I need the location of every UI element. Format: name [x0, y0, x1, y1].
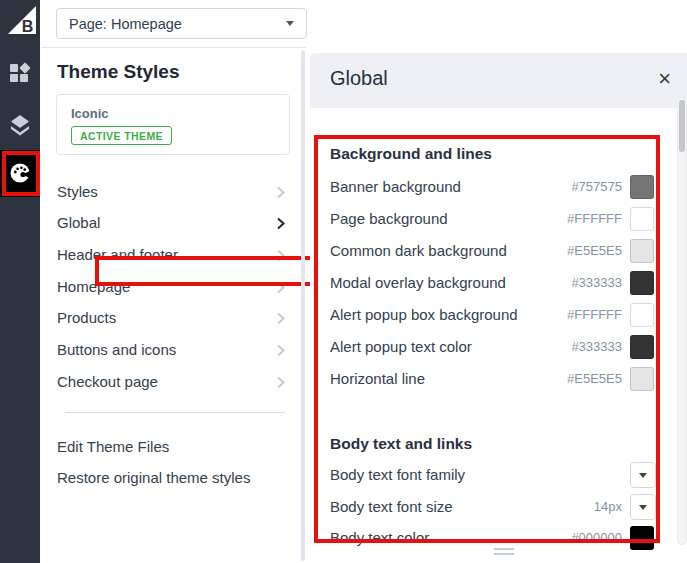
layers-icon[interactable]: [8, 113, 32, 137]
setting-row-body-text-font-size: Body text font size 14px: [330, 494, 656, 520]
color-swatch[interactable]: [630, 526, 654, 550]
resize-handle-icon[interactable]: [494, 548, 514, 555]
topbar: Page: Homepage: [40, 0, 687, 48]
menu-item-label: Global: [57, 214, 100, 231]
global-settings-panel: Global × Background and lines Banner bac…: [310, 53, 687, 563]
menu-item-label: Checkout page: [57, 373, 158, 390]
page-selector-label: Page: Homepage: [69, 16, 182, 32]
divider: [65, 412, 285, 413]
setting-hex-value: #FFFFFF: [567, 206, 622, 232]
chevron-down-icon: [286, 21, 294, 26]
color-swatch[interactable]: [630, 303, 654, 327]
active-theme-badge: ACTIVE THEME: [71, 126, 172, 145]
close-icon[interactable]: ×: [658, 64, 671, 94]
setting-row-modal-overlay-background: Modal overlay background #333333: [330, 270, 656, 296]
menu-item-buttons-and-icons[interactable]: Buttons and icons: [57, 337, 293, 363]
setting-label: Modal overlay background: [330, 270, 506, 296]
setting-label: Common dark background: [330, 238, 507, 264]
setting-label: Alert popup text color: [330, 334, 472, 360]
setting-hex-value: #E5E5E5: [567, 238, 622, 264]
setting-label: Horizontal line: [330, 366, 425, 392]
theme-editor-window: B: [0, 0, 687, 563]
setting-row-alert-popup-text-color: Alert popup text color #333333: [330, 334, 656, 360]
setting-hex-value: #333333: [571, 334, 622, 360]
setting-label: Body text color: [330, 525, 429, 551]
menu-item-global[interactable]: Global: [57, 210, 293, 236]
left-panel-scrollbar[interactable]: [301, 50, 305, 561]
panel-header: Global ×: [310, 53, 687, 108]
chevron-right-icon: [277, 249, 285, 262]
chevron-right-icon: [277, 312, 285, 325]
chevron-right-icon: [277, 281, 285, 294]
svg-text:B: B: [22, 18, 34, 35]
color-swatch[interactable]: [630, 207, 654, 231]
chevron-right-icon: [277, 376, 285, 389]
menu-item-products[interactable]: Products: [57, 305, 293, 331]
restore-theme-styles-link[interactable]: Restore original theme styles: [57, 465, 287, 491]
panel-title: Global: [330, 67, 388, 90]
chevron-down-icon: [639, 473, 647, 478]
menu-item-checkout-page[interactable]: Checkout page: [57, 369, 293, 395]
page-selector-dropdown[interactable]: Page: Homepage: [56, 8, 307, 39]
menu-item-homepage[interactable]: Homepage: [57, 274, 293, 300]
setting-row-page-background: Page background #FFFFFF: [330, 206, 656, 232]
color-swatch[interactable]: [630, 271, 654, 295]
setting-label: Body text font family: [330, 462, 465, 488]
setting-row-common-dark-background: Common dark background #E5E5E5: [330, 238, 656, 264]
widgets-icon[interactable]: [8, 61, 32, 85]
setting-value: 14px: [594, 494, 622, 520]
setting-label: Alert popup box background: [330, 302, 518, 328]
chevron-right-icon: [277, 186, 285, 199]
setting-label: Body text font size: [330, 494, 453, 520]
color-swatch[interactable]: [630, 335, 654, 359]
section-heading: Body text and links: [330, 435, 472, 453]
setting-hex-value: #333333: [571, 270, 622, 296]
chevron-down-icon: [639, 505, 647, 510]
menu-item-label: Homepage: [57, 278, 130, 295]
menu-item-styles[interactable]: Styles: [57, 179, 293, 205]
scrollbar-thumb[interactable]: [679, 100, 685, 152]
chevron-right-icon: [277, 217, 285, 230]
app-sidebar: B: [0, 0, 40, 563]
active-theme-card[interactable]: Iconic ACTIVE THEME: [56, 94, 290, 155]
menu-item-header-and-footer[interactable]: Header and footer: [57, 242, 293, 268]
dropdown-button[interactable]: [630, 462, 656, 488]
setting-hex-value: #E5E5E5: [567, 366, 622, 392]
menu-item-label: Products: [57, 309, 116, 326]
section-heading: Background and lines: [330, 145, 492, 163]
dropdown-button[interactable]: [630, 494, 656, 520]
menu-item-label: Header and footer: [57, 246, 178, 263]
setting-row-horizontal-line: Horizontal line #E5E5E5: [330, 366, 656, 392]
setting-hex-value: #FFFFFF: [567, 302, 622, 328]
bigcommerce-logo-icon[interactable]: B: [6, 4, 38, 36]
theme-styles-panel: Theme Styles Iconic ACTIVE THEME Styles …: [40, 48, 310, 563]
setting-row-banner-background: Banner background #757575: [330, 174, 656, 200]
setting-row-body-text-color: Body text color #000000: [330, 525, 656, 551]
setting-row-alert-popup-box-background: Alert popup box background #FFFFFF: [330, 302, 656, 328]
theme-name: Iconic: [71, 106, 109, 121]
menu-item-label: Buttons and icons: [57, 341, 176, 358]
setting-hex-value: #000000: [571, 525, 622, 551]
setting-row-body-text-font-family: Body text font family: [330, 462, 656, 488]
scrollbar-track[interactable]: [677, 97, 687, 545]
panel-title: Theme Styles: [57, 61, 180, 83]
setting-label: Banner background: [330, 174, 461, 200]
chevron-right-icon: [277, 344, 285, 357]
menu-item-label: Styles: [57, 183, 98, 200]
edit-theme-files-link[interactable]: Edit Theme Files: [57, 434, 287, 460]
color-swatch[interactable]: [630, 367, 654, 391]
setting-hex-value: #757575: [571, 174, 622, 200]
setting-label: Page background: [330, 206, 448, 232]
color-swatch[interactable]: [630, 239, 654, 263]
theme-styles-palette-icon[interactable]: [9, 162, 31, 184]
color-swatch[interactable]: [630, 175, 654, 199]
